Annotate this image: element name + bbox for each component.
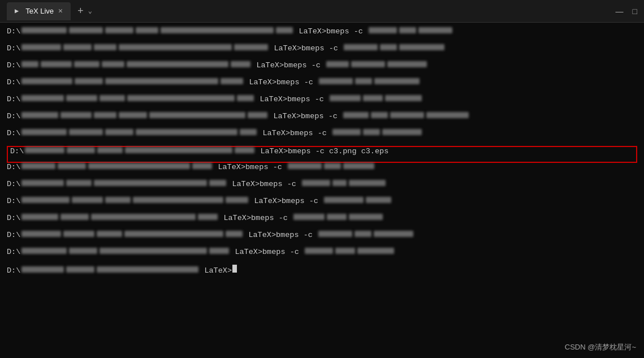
terminal-line: D:\ LaTeX>bmeps -c (7, 231, 637, 248)
window-controls: — □ (616, 7, 637, 16)
terminal-line: D:\ LaTeX>bmeps -c (7, 61, 637, 78)
terminal-line: D:\ LaTeX>bmeps -c (7, 163, 637, 180)
terminal-line: D:\ LaTeX>bmeps -c (7, 44, 637, 61)
terminal-line: D:\ LaTeX>bmeps -c (7, 214, 637, 231)
tab-dropdown-button[interactable]: ⌄ (88, 7, 92, 15)
terminal-line: D:\ LaTeX>bmeps -c (7, 78, 637, 95)
minimize-button[interactable]: — (616, 7, 624, 16)
terminal-line: D:\ LaTeX>bmeps -c (7, 197, 637, 214)
tab-title: TeX Live (25, 7, 54, 15)
terminal-tab[interactable]: ▶ TeX Live ✕ (7, 2, 71, 20)
maximize-button[interactable]: □ (633, 7, 637, 16)
new-tab-button[interactable]: + (77, 6, 84, 17)
terminal-line: D:\ LaTeX>bmeps -c (7, 27, 637, 44)
terminal-last-line: D:\ LaTeX> (7, 265, 637, 282)
terminal-line: D:\ LaTeX>bmeps -c (7, 248, 637, 265)
terminal-line: D:\ LaTeX>bmeps -c (7, 95, 637, 112)
watermark: CSDN @清梦枕星河~ (565, 342, 636, 352)
terminal-line: D:\ LaTeX>bmeps -c (7, 129, 637, 146)
tab-icon: ▶ (15, 7, 19, 15)
tab-close-button[interactable]: ✕ (58, 7, 63, 15)
terminal-line: D:\ LaTeX>bmeps -c (7, 180, 637, 197)
terminal-line: D:\ LaTeX>bmeps -c (7, 112, 637, 129)
blurred-path (21, 27, 67, 33)
cursor (232, 265, 237, 273)
terminal-body[interactable]: D:\ LaTeX>bmeps -c D:\ LaTeX>bmeps -c D:… (0, 23, 644, 358)
title-bar: ▶ TeX Live ✕ + ⌄ — □ (0, 0, 644, 23)
highlighted-terminal-line: D:\ LaTeX>bmeps -c c3.png c3.eps (7, 146, 637, 163)
